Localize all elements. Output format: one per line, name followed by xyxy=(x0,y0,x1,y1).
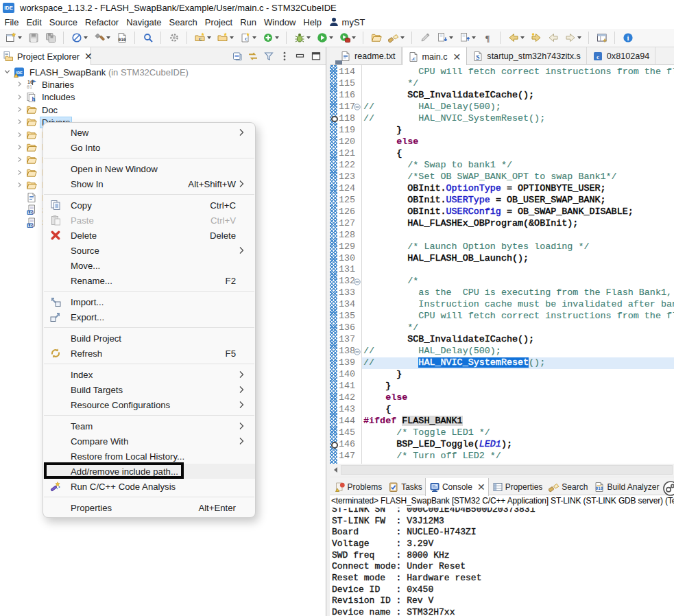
run-button[interactable] xyxy=(313,30,336,45)
menu-item-team[interactable]: Team xyxy=(43,418,255,434)
fold-minus-icon[interactable] xyxy=(354,348,361,355)
code-line-144[interactable]: 144#ifdef FLASH_BANK1 xyxy=(330,416,674,427)
menu-item-delete[interactable]: DeleteDelete xyxy=(43,228,255,243)
bottom-tab-console[interactable]: Console✕ xyxy=(425,478,489,496)
info-button[interactable]: i xyxy=(619,30,636,45)
code-line-140[interactable]: 140 } xyxy=(330,369,674,381)
code-line-120[interactable]: 120 else xyxy=(330,137,674,148)
chevron-right-icon[interactable] xyxy=(16,169,23,176)
collapse-all-icon[interactable] xyxy=(232,51,243,62)
menu-refactor[interactable]: Refactor xyxy=(82,15,123,29)
chevron-right-icon[interactable] xyxy=(16,132,23,139)
menu-file[interactable]: File xyxy=(1,15,23,29)
scrollbar-thumb[interactable] xyxy=(341,465,673,475)
menu-item-show-in[interactable]: Show InAlt+Shift+W xyxy=(43,176,255,191)
forward-plain-button[interactable] xyxy=(562,30,584,45)
maximize-icon[interactable] xyxy=(311,51,322,62)
code-line-133[interactable]: 133 as the CPU is executing from the Fla… xyxy=(330,287,674,299)
dropdown-caret-icon[interactable] xyxy=(306,36,311,39)
code-line-124[interactable]: 124 OBInit.OptionType = OPTIONBYTE_USER; xyxy=(330,183,674,195)
menu-project[interactable]: Project xyxy=(201,15,236,29)
editor-tab-readme-txt[interactable]: readme.txt xyxy=(335,47,402,65)
code-line-127[interactable]: 127 HAL_FLASHEx_OBProgram(&OBInit); xyxy=(330,218,674,230)
target-tool-button[interactable] xyxy=(139,30,156,45)
menu-item-index[interactable]: Index xyxy=(43,367,255,382)
code-line-117[interactable]: 117// HAL_Delay(500); xyxy=(330,102,674,113)
bottom-tab-properties[interactable]: Properties xyxy=(489,478,546,495)
update-software-button[interactable] xyxy=(259,30,282,45)
code-line-121[interactable]: 121 { xyxy=(330,148,674,160)
menu-item-run-c-c-code-analysis[interactable]: Run C/C++ Code Analysis xyxy=(43,479,255,494)
code-line-116[interactable]: 116 SCB_InvalidateICache(); xyxy=(330,90,674,102)
code-line-130[interactable]: 130 HAL_FLASH_OB_Launch(); xyxy=(330,253,674,265)
dropdown-caret-icon[interactable] xyxy=(329,36,333,39)
bottom-tab-tasks[interactable]: Tasks xyxy=(385,478,426,495)
link-editor-icon[interactable] xyxy=(248,51,258,62)
dropdown-caret-icon[interactable] xyxy=(449,36,453,39)
open-folder-button[interactable] xyxy=(368,30,385,45)
dropdown-caret-icon[interactable] xyxy=(252,36,256,39)
back-plain-button[interactable] xyxy=(544,30,562,45)
menu-item-paste[interactable]: PasteCtrl+V xyxy=(43,213,255,228)
forward-gold-button[interactable] xyxy=(527,30,544,45)
code-line-146[interactable]: 146 BSP_LED_Toggle(LED1); xyxy=(330,439,674,451)
tab-project-explorer[interactable]: Project Explorer ✕ xyxy=(0,47,91,65)
dropdown-caret-icon[interactable] xyxy=(577,36,581,39)
last-edit-pencil-button[interactable] xyxy=(416,30,433,45)
debug-button[interactable] xyxy=(291,30,313,45)
code-line-114[interactable]: 114 CPU will fetch correct instructions … xyxy=(330,67,674,78)
menu-item-import[interactable]: Import... xyxy=(43,294,255,309)
code-line-122[interactable]: 122 /* Swap to bank1 */ xyxy=(330,160,674,171)
chevron-right-icon[interactable] xyxy=(16,156,23,163)
menu-item-export[interactable]: Export... xyxy=(43,309,255,324)
dropdown-caret-icon[interactable] xyxy=(230,36,234,39)
scroll-left-icon[interactable] xyxy=(330,464,341,475)
code-line-138[interactable]: 138// HAL_Delay(500); xyxy=(330,346,674,357)
myst-account[interactable]: myST xyxy=(326,16,365,27)
dropdown-caret-icon[interactable] xyxy=(18,36,22,39)
menu-search[interactable]: Search xyxy=(165,15,201,29)
dropdown-caret-icon[interactable] xyxy=(275,36,279,39)
minimize-icon[interactable] xyxy=(295,51,306,62)
code-line-125[interactable]: 125 OBInit.USERType = OB_USER_SWAP_BANK; xyxy=(330,195,674,206)
menu-navigate[interactable]: Navigate xyxy=(123,15,165,29)
code-line-123[interactable]: 123 /*Set OB SWAP_BANK_OPT to swap Bank1… xyxy=(330,171,674,183)
chevron-right-icon[interactable] xyxy=(16,94,23,101)
gear-chip-button[interactable] xyxy=(165,30,182,45)
new-wizard-button[interactable] xyxy=(2,30,25,45)
dropdown-caret-icon[interactable] xyxy=(520,36,525,39)
menu-edit[interactable]: Edit xyxy=(23,15,45,29)
code-line-139[interactable]: 139// HAL_NVIC_SystemReset(); xyxy=(330,357,674,369)
code-line-134[interactable]: 134 Instruction cache must be invalidate… xyxy=(330,299,674,311)
code-line-118[interactable]: 118// HAL_NVIC_SystemReset(); xyxy=(330,113,674,125)
perspective-button[interactable] xyxy=(593,30,610,45)
editor-tab-main-c[interactable]: .cmain.c✕ xyxy=(402,47,468,66)
dropdown-caret-icon[interactable] xyxy=(207,36,211,39)
menu-item-add-remove-include-path[interactable]: Add/remove include path... xyxy=(43,464,255,479)
tree-item-binaries[interactable]: 1001Binaries xyxy=(0,78,326,91)
menu-item-resource-configurations[interactable]: Resource Configurations xyxy=(43,397,255,412)
external-tools-button[interactable] xyxy=(336,30,359,45)
fold-minus-icon[interactable] xyxy=(354,104,361,110)
close-icon[interactable]: ✕ xyxy=(477,482,485,493)
pilcrow-button[interactable]: ¶ xyxy=(479,30,496,45)
new-c-project-button[interactable]: C xyxy=(191,30,214,45)
code-line-126[interactable]: 126 OBInit.USERConfig = OB_SWAP_BANK_DIS… xyxy=(330,206,674,218)
menu-item-open-in-new-window[interactable]: Open in New Window xyxy=(43,161,255,176)
code-line-136[interactable]: 136 */ xyxy=(330,322,674,334)
chevron-right-icon[interactable] xyxy=(16,81,23,88)
menu-item-build-targets[interactable]: Build Targets xyxy=(43,382,255,397)
close-icon[interactable]: ✕ xyxy=(453,51,461,62)
editor-tab-0x8102a94[interactable]: c0x8102a94 xyxy=(587,47,655,65)
tree-item-doc[interactable]: Doc xyxy=(0,104,326,116)
dropdown-caret-icon[interactable] xyxy=(84,36,88,39)
menu-item-refresh[interactable]: RefreshF5 xyxy=(43,346,255,361)
dropdown-caret-icon[interactable] xyxy=(400,36,405,39)
menu-source[interactable]: Source xyxy=(45,15,81,29)
menu-item-build-project[interactable]: Build Project xyxy=(43,331,255,346)
code-line-128[interactable]: 128 xyxy=(330,230,674,241)
new-c-file-button[interactable]: c xyxy=(237,30,259,45)
menu-item-compare-with[interactable]: Compare With xyxy=(43,434,255,449)
code-line-141[interactable]: 141 } xyxy=(330,381,674,392)
menu-item-restore-from-local-history[interactable]: Restore from Local History... xyxy=(43,449,255,464)
